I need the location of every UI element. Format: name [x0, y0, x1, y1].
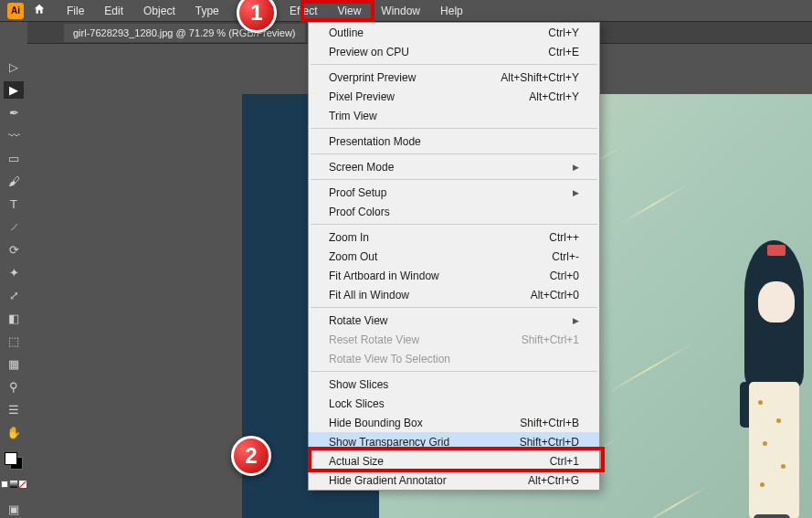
tools-panel: ▷ ▶ ✒ 〰 ▭ 🖌 T ⟋ ⟳ ✦ ⤢ ◧ ⬚ ▦ ⚲ ☰ ✋ ▣: [0, 22, 27, 518]
menu-item-label: Zoom Out: [329, 250, 377, 263]
menu-item-show-slices[interactable]: Show Slices: [309, 375, 599, 394]
menu-separator: [311, 307, 597, 308]
menu-item-label: Trim View: [329, 110, 377, 122]
fill-swatch-icon: [5, 452, 17, 465]
shape-builder-tool-icon[interactable]: ⬚: [4, 333, 24, 350]
menu-separator: [311, 371, 597, 372]
fill-stroke-swatches[interactable]: [5, 452, 23, 470]
curvature-tool-icon[interactable]: 〰: [4, 127, 24, 144]
menu-edit[interactable]: Edit: [96, 2, 132, 20]
menu-item-label: Proof Setup: [329, 186, 386, 199]
menu-separator: [311, 153, 597, 154]
menu-item-label: Fit Artboard in Window: [329, 270, 439, 282]
paintbrush-tool-icon[interactable]: 🖌: [4, 173, 24, 190]
eyedropper-tool-icon[interactable]: ⚲: [4, 378, 24, 396]
menu-item-zoom-in[interactable]: Zoom InCtrl++: [309, 227, 599, 247]
menu-item-label: Pixel Preview: [329, 90, 395, 103]
menu-item-shortcut: Ctrl+Y: [548, 26, 579, 39]
menu-item-label: Rotate View: [329, 314, 387, 327]
menu-type[interactable]: Type: [187, 2, 227, 20]
menu-file[interactable]: File: [58, 2, 92, 20]
screen-mode-icon[interactable]: ▣: [4, 501, 24, 518]
menu-item-label: Screen Mode: [329, 161, 394, 174]
menu-item-shortcut: Ctrl+E: [548, 46, 579, 58]
pen-tool-icon[interactable]: ✒: [4, 104, 24, 122]
menu-item-label: Actual Size: [329, 455, 384, 468]
menu-item-label: Hide Bounding Box: [329, 417, 423, 429]
menu-help[interactable]: Help: [432, 2, 471, 20]
menu-item-label: Reset Rotate View: [329, 333, 419, 346]
home-icon[interactable]: [33, 3, 46, 18]
menu-item-fit-artboard-in-window[interactable]: Fit Artboard in WindowCtrl+0: [309, 266, 599, 285]
scale-tool-icon[interactable]: ⤢: [4, 287, 24, 304]
menu-item-shortcut: Shift+Ctrl+D: [520, 436, 579, 449]
menu-separator: [311, 128, 597, 129]
menu-item-proof-colors[interactable]: Proof Colors: [309, 202, 599, 221]
type-tool-icon[interactable]: T: [4, 196, 24, 213]
artboard-tool-icon[interactable]: ☰: [4, 401, 24, 418]
menu-item-fit-all-in-window[interactable]: Fit All in WindowAlt+Ctrl+0: [309, 285, 599, 304]
menu-item-label: Preview on CPU: [329, 46, 409, 58]
annotation-marker-2: 2: [231, 436, 271, 476]
menu-item-screen-mode[interactable]: Screen Mode▶: [309, 157, 599, 176]
menu-item-label: Hide Gradient Annotator: [329, 474, 447, 487]
menu-item-zoom-out[interactable]: Zoom OutCtrl+-: [309, 247, 599, 266]
app-icon: Ai: [7, 3, 24, 19]
menu-item-shortcut: Alt+Ctrl+G: [528, 474, 579, 487]
menu-item-hide-gradient-annotator[interactable]: Hide Gradient AnnotatorAlt+Ctrl+G: [309, 470, 599, 490]
menu-item-shortcut: Alt+Ctrl+Y: [529, 90, 579, 103]
menu-object[interactable]: Object: [135, 2, 184, 20]
menu-item-label: Fit All in Window: [329, 289, 409, 301]
menu-item-outline[interactable]: OutlineCtrl+Y: [309, 23, 599, 42]
illustration-character: [731, 240, 812, 518]
menu-item-label: Outline: [329, 26, 364, 39]
view-menu-dropdown: OutlineCtrl+YPreview on CPUCtrl+EOverpri…: [308, 22, 600, 491]
menu-item-hide-bounding-box[interactable]: Hide Bounding BoxShift+Ctrl+B: [309, 413, 599, 432]
submenu-arrow-icon: ▶: [573, 163, 579, 172]
menu-item-shortcut: Shift+Ctrl+B: [520, 417, 579, 429]
menu-item-preview-on-cpu[interactable]: Preview on CPUCtrl+E: [309, 42, 599, 61]
menu-item-show-transparency-grid[interactable]: Show Transparency GridShift+Ctrl+D: [309, 432, 599, 451]
menu-separator: [311, 179, 597, 180]
application-menubar: Ai File Edit Object Type Select Effect V…: [0, 0, 812, 22]
line-tool-icon[interactable]: ⟋: [4, 218, 24, 236]
selection-tool-icon[interactable]: ▷: [4, 58, 24, 76]
rectangle-tool-icon[interactable]: ▭: [4, 150, 24, 167]
menu-item-label: Overprint Preview: [329, 71, 416, 84]
menu-item-presentation-mode[interactable]: Presentation Mode: [309, 132, 599, 151]
direct-selection-tool-icon[interactable]: ▶: [4, 81, 24, 99]
menu-item-label: Proof Colors: [329, 206, 390, 218]
menu-item-rotate-view[interactable]: Rotate View▶: [309, 311, 599, 330]
menu-effect[interactable]: Effect: [281, 2, 325, 20]
menu-view[interactable]: View: [330, 2, 370, 20]
menu-item-actual-size[interactable]: Actual SizeCtrl+1: [309, 451, 599, 470]
menu-item-shortcut: Shift+Ctrl+1: [522, 333, 579, 346]
menu-item-shortcut: Alt+Ctrl+0: [531, 289, 579, 301]
width-tool-icon[interactable]: ◧: [4, 310, 24, 327]
menu-item-shortcut: Ctrl+0: [550, 270, 579, 282]
menu-window[interactable]: Window: [373, 2, 428, 20]
menu-item-label: Show Transparency Grid: [329, 436, 449, 449]
menu-item-trim-view[interactable]: Trim View: [309, 106, 599, 125]
menu-item-label: Presentation Mode: [329, 135, 421, 148]
rotate-tool-icon[interactable]: ⟳: [4, 241, 24, 259]
menu-item-pixel-preview[interactable]: Pixel PreviewAlt+Ctrl+Y: [309, 87, 599, 106]
menu-item-label: Zoom In: [329, 231, 369, 244]
menu-separator: [311, 224, 597, 225]
menu-item-proof-setup[interactable]: Proof Setup▶: [309, 183, 599, 202]
menu-item-label: Show Slices: [329, 378, 388, 391]
menu-item-overprint-preview[interactable]: Overprint PreviewAlt+Shift+Ctrl+Y: [309, 68, 599, 87]
submenu-arrow-icon: ▶: [573, 316, 579, 325]
menu-item-rotate-view-to-selection: Rotate View To Selection: [309, 349, 599, 368]
menu-item-label: Lock Slices: [329, 397, 385, 410]
menu-item-lock-slices[interactable]: Lock Slices: [309, 394, 599, 413]
color-mode-swatches[interactable]: [1, 481, 26, 488]
hand-tool-icon[interactable]: ✋: [4, 424, 24, 441]
menu-item-shortcut: Alt+Shift+Ctrl+Y: [501, 71, 579, 84]
menu-item-shortcut: Ctrl++: [549, 231, 579, 244]
menu-item-shortcut: Ctrl+-: [552, 250, 579, 263]
menu-item-label: Rotate View To Selection: [329, 353, 450, 365]
menu-separator: [311, 64, 597, 65]
eraser-tool-icon[interactable]: ✦: [4, 264, 24, 281]
gradient-tool-icon[interactable]: ▦: [4, 355, 24, 373]
